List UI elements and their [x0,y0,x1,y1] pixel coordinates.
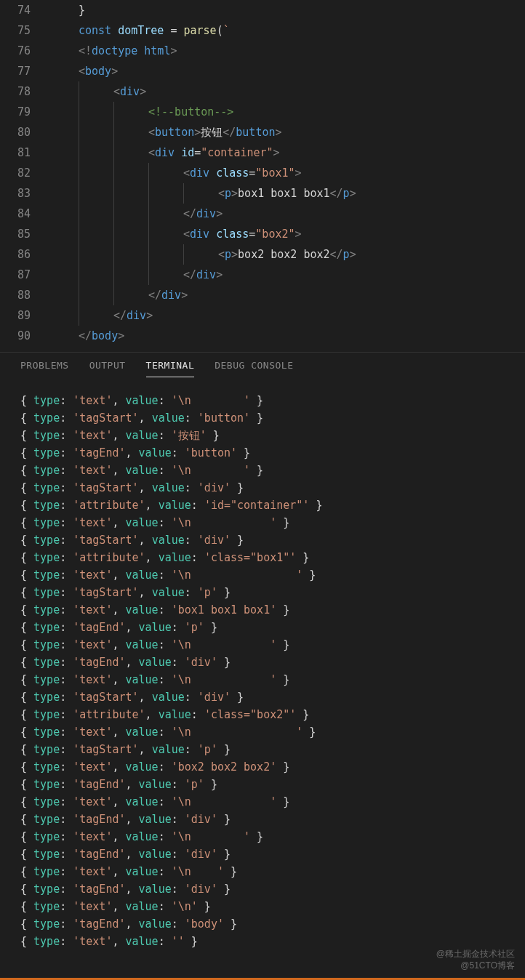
code-line[interactable]: 76<!doctype html> [0,41,525,61]
terminal-line: { type: 'text', value: '\n ' } [20,793,505,811]
terminal-line: { type: 'tagEnd', value: 'body' } [20,915,505,933]
code-line[interactable]: 84</div> [0,204,525,224]
terminal-line: { type: 'text', value: '\n' } [20,898,505,915]
terminal-line: { type: 'tagEnd', value: 'div' } [20,811,505,828]
code-content: <div> [44,81,525,102]
code-line[interactable]: 89</div> [0,305,525,326]
code-line[interactable]: 90</body> [0,326,525,346]
code-line[interactable]: 87</div> [0,265,525,285]
code-content: const domTree = parse(` [44,20,525,41]
terminal-line: { type: 'tagStart', value: 'div' } [20,531,505,549]
panel-tab-output[interactable]: OUTPUT [89,360,126,377]
code-line[interactable]: 85<div class="box2"> [0,224,525,244]
terminal-line: { type: 'tagStart', value: 'div' } [20,688,505,706]
code-content: <div class="box1"> [44,163,525,183]
line-number: 79 [0,102,44,122]
line-number: 75 [0,20,44,41]
line-number: 78 [0,81,44,102]
code-content: </div> [44,265,525,285]
terminal-line: { type: 'text', value: '按钮' } [20,427,505,444]
terminal-line: { type: 'text', value: '\n ' } [20,723,505,741]
line-number: 80 [0,122,44,142]
terminal-line: { type: 'tagStart', value: 'button' } [20,409,505,427]
terminal-line: { type: 'attribute', value: 'id="contain… [20,497,505,514]
line-number: 82 [0,163,44,183]
terminal-line: { type: 'attribute', value: 'class="box2… [20,706,505,723]
terminal-line: { type: 'text', value: '\n ' } [20,566,505,584]
panel-tab-problems[interactable]: PROBLEMS [20,360,69,377]
terminal-line: { type: 'tagEnd', value: 'div' } [20,846,505,863]
terminal-line: { type: 'tagEnd', value: 'p' } [20,619,505,636]
code-content: <p>box2 box2 box2</p> [44,244,525,265]
terminal-line: { type: 'tagEnd', value: 'div' } [20,654,505,671]
code-content: </body> [44,326,525,346]
code-content: <!doctype html> [44,41,525,61]
line-number: 84 [0,204,44,224]
terminal-line: { type: 'tagStart', value: 'p' } [20,741,505,758]
line-number: 83 [0,183,44,204]
terminal-line: { type: 'text', value: 'box2 box2 box2' … [20,758,505,776]
terminal-line: { type: 'text', value: '\n ' } [20,636,505,654]
code-content: </div> [44,204,525,224]
terminal-line: { type: 'text', value: '\n ' } [20,392,505,409]
line-number: 76 [0,41,44,61]
code-line[interactable]: 81<div id="container"> [0,142,525,163]
code-content: <div id="container"> [44,142,525,163]
terminal-line: { type: 'text', value: '\n ' } [20,828,505,846]
terminal-line: { type: 'tagEnd', value: 'button' } [20,444,505,462]
line-number: 89 [0,305,44,326]
code-content: <body> [44,61,525,81]
terminal-line: { type: 'tagEnd', value: 'div' } [20,880,505,898]
line-number: 86 [0,244,44,265]
terminal-output[interactable]: { type: 'text', value: '\n ' }{ type: 't… [0,377,525,956]
code-line[interactable]: 78<div> [0,81,525,102]
watermark-line: @51CTO博客 [436,960,515,971]
line-number: 81 [0,142,44,163]
line-number: 74 [0,0,44,20]
code-line[interactable]: 83<p>box1 box1 box1</p> [0,183,525,204]
code-line[interactable]: 77<body> [0,61,525,81]
code-content: <button>按钮</button> [44,122,525,142]
code-content: </div> [44,285,525,305]
terminal-line: { type: 'tagStart', value: 'p' } [20,584,505,601]
line-number: 85 [0,224,44,244]
code-line[interactable]: 79<!--button--> [0,102,525,122]
code-content: } [44,0,525,20]
terminal-line: { type: 'tagEnd', value: 'p' } [20,776,505,793]
code-content: </div> [44,305,525,326]
terminal-line: { type: 'attribute', value: 'class="box1… [20,549,505,566]
code-line[interactable]: 86<p>box2 box2 box2</p> [0,244,525,265]
terminal-line: { type: 'text', value: '\n ' } [20,514,505,531]
terminal-line: { type: 'text', value: 'box1 box1 box1' … [20,601,505,619]
code-editor[interactable]: 74}75const domTree = parse(`76<!doctype … [0,0,525,352]
line-number: 90 [0,326,44,346]
terminal-line: { type: 'text', value: '\n ' } [20,863,505,880]
line-number: 87 [0,265,44,285]
terminal-line: { type: 'tagStart', value: 'div' } [20,479,505,497]
code-content: <p>box1 box1 box1</p> [44,183,525,204]
terminal-line: { type: 'text', value: '\n ' } [20,671,505,688]
panel-tabs: PROBLEMSOUTPUTTERMINALDEBUG CONSOLE [0,352,525,377]
terminal-line: { type: 'text', value: '' } [20,933,505,950]
code-line[interactable]: 82<div class="box1"> [0,163,525,183]
code-line[interactable]: 80<button>按钮</button> [0,122,525,142]
panel-tab-debug-console[interactable]: DEBUG CONSOLE [215,360,293,377]
code-line[interactable]: 75const domTree = parse(` [0,20,525,41]
line-number: 88 [0,285,44,305]
line-number: 77 [0,61,44,81]
panel-tab-terminal[interactable]: TERMINAL [146,360,195,377]
code-line[interactable]: 74} [0,0,525,20]
code-line[interactable]: 88</div> [0,285,525,305]
code-content: <div class="box2"> [44,224,525,244]
code-content: <!--button--> [44,102,525,122]
terminal-line: { type: 'text', value: '\n ' } [20,462,505,479]
